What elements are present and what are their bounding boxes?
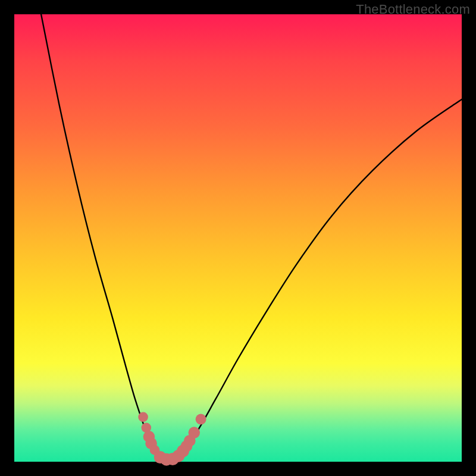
plot-frame bbox=[14, 14, 462, 462]
data-marker bbox=[196, 414, 206, 425]
curve-layer bbox=[14, 14, 462, 462]
data-marker bbox=[138, 412, 148, 422]
curve-right-branch bbox=[167, 99, 462, 461]
marker-cluster bbox=[138, 412, 206, 466]
curve-left-branch bbox=[41, 14, 167, 461]
data-marker bbox=[189, 427, 201, 439]
